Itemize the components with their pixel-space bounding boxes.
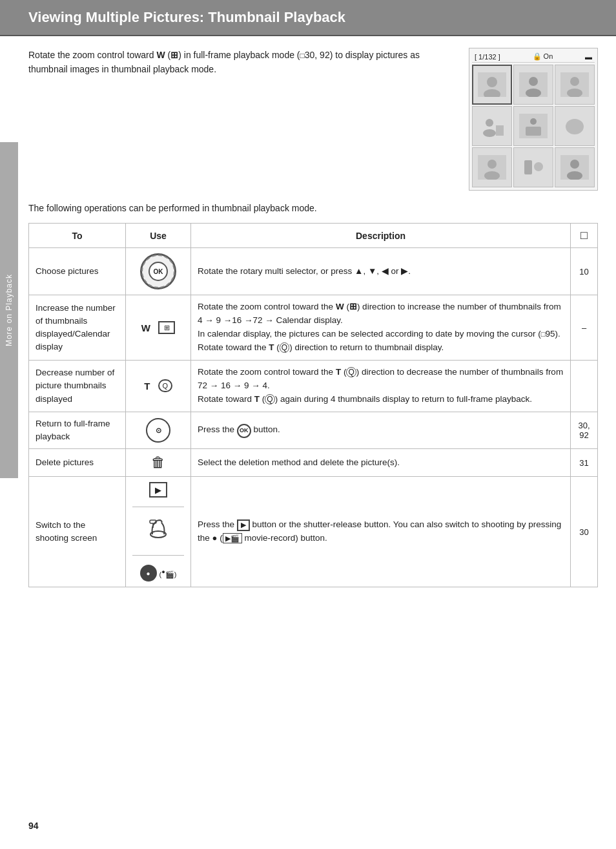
svg-point-14 [530,118,537,125]
page-number: 94 [28,821,39,831]
row-decrease-to: Decrease number of picture thumbnails di… [29,361,126,412]
row-choose-use: OK [126,248,191,295]
t-button-icon: T Q [144,379,172,392]
return-desc-text: Press the OK button. [198,424,280,434]
row-switch-desc: Press the ▶ button or the shutter-releas… [191,477,571,587]
svg-point-11 [483,129,496,137]
table-row: Increase the number of thumbnails displa… [29,295,598,361]
svg-rect-21 [519,155,548,180]
thumb-cell-9 [555,147,595,187]
table-row: Return to full-frame playback ⊙ Press th… [29,412,598,449]
row-choose-ref: 10 [571,248,598,295]
svg-point-23 [534,162,543,171]
row-choose-desc: Rotate the rotary multi selector, or pre… [191,248,571,295]
movie-button-icon: ● [140,565,157,582]
operations-table: To Use Description □ Choose pictures OK [28,223,598,587]
page-content: Rotate the zoom control toward W (⊞) in … [0,36,616,620]
row-choose-to: Choose pictures [29,248,126,295]
intro-section: Rotate the zoom control toward W (⊞) in … [28,48,598,191]
thumb-cell-7 [472,147,512,187]
thumb-cell-2 [513,65,553,105]
shutter-icon [146,516,170,546]
ok-button-icon: OK [140,253,176,289]
t-box-icon: Q [158,379,172,392]
decrease-desc-text: Rotate the zoom control toward the T (Q)… [198,367,563,404]
row-delete-ref: 31 [571,449,598,477]
row-increase-desc: Rotate the zoom control toward the W (⊞)… [191,295,571,361]
svg-point-1 [487,77,497,87]
book-icon: □ [580,229,588,242]
svg-point-7 [570,77,579,86]
svg-point-25 [570,160,579,169]
ops-intro-text: The following operations can be performe… [28,201,598,215]
row-return-desc: Press the OK button. [191,412,571,449]
header-use: Use [126,224,191,248]
svg-point-4 [529,77,538,86]
table-row: Switch to the shooting screen ▶ [29,477,598,587]
ok2-label: ⊙ [156,426,161,435]
sidebar-label: More on Playback [5,274,14,346]
w-box-icon: ⊞ [158,321,175,334]
header-book: □ [571,224,598,248]
ok-button-inner: OK [149,262,168,281]
play-button-icon: ▶ [149,482,167,498]
sidebar: More on Playback [0,142,18,478]
thumb-cell-3 [555,65,595,105]
thumb-cell-4 [472,106,512,146]
delete-desc-text: Select the deletion method and delete th… [198,457,400,467]
svg-rect-15 [526,127,541,136]
switch-desc-text: Press the ▶ button or the shutter-releas… [198,519,561,543]
svg-point-10 [486,119,493,127]
trash-icon: 🗑 [151,454,165,470]
header-to: To [29,224,126,248]
ok-button2-icon: ⊙ [146,418,170,443]
shutter-svg [146,516,170,541]
row-delete-use: 🗑 [126,449,191,477]
choose-desc-text: Rotate the rotary multi selector, or pre… [198,266,411,276]
switch-icons: ▶ [132,482,184,582]
svg-point-17 [566,119,584,134]
row-delete-desc: Select the deletion method and delete th… [191,449,571,477]
row-switch-use: ▶ [126,477,191,587]
svg-rect-12 [496,125,504,136]
thumb-cell-8 [513,147,553,187]
row-return-ref: 30, 92 [571,412,598,449]
row-decrease-ref [571,361,598,412]
row-return-use: ⊙ [126,412,191,449]
table-row: Choose pictures OK Rotate the rotary mul… [29,248,598,295]
svg-point-19 [488,160,497,169]
intro-text: Rotate the zoom control toward W (⊞) in … [28,48,469,77]
svg-point-27 [150,531,166,538]
movie-record-group: ● (●🎬) [140,565,177,582]
increase-desc-text: Rotate the zoom control toward the W (⊞)… [198,302,561,352]
thumb-cell-5 [513,106,553,146]
row-return-to: Return to full-frame playback [29,412,126,449]
table-row: Delete pictures 🗑 Select the deletion me… [29,449,598,477]
w-button-icon: W ⊞ [141,321,175,334]
row-decrease-use: T Q [126,361,191,412]
row-switch-to: Switch to the shooting screen [29,477,126,587]
row-switch-ref: 30 [571,477,598,587]
svg-rect-22 [524,160,532,174]
row-decrease-desc: Rotate the zoom control toward the T (Q)… [191,361,571,412]
thumbnail-preview: [ 1/132 ] 🔒 On ▬ [469,48,598,191]
header-bar: Viewing Multiple Pictures: Thumbnail Pla… [0,0,616,36]
movie-label: (●🎬) [159,569,177,579]
header-description: Description [191,224,571,248]
thumb-cell-1 [472,65,512,105]
page-title: Viewing Multiple Pictures: Thumbnail Pla… [28,9,345,25]
ok-label: OK [154,268,163,275]
row-delete-to: Delete pictures [29,449,126,477]
row-increase-use: W ⊞ [126,295,191,361]
thumb-cell-6 [555,106,595,146]
table-row: Decrease number of picture thumbnails di… [29,361,598,412]
row-increase-to: Increase the number of thumbnails displa… [29,295,126,361]
row-increase-ref: – [571,295,598,361]
